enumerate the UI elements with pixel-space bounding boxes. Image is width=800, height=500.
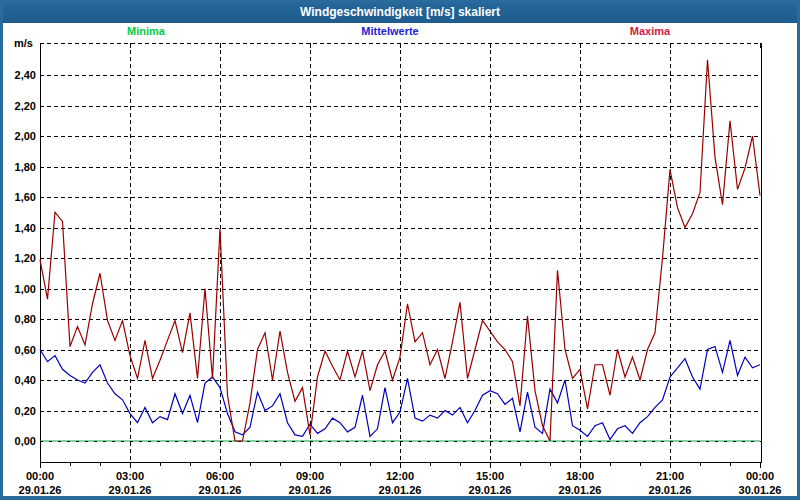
x-tick-time-label: 00:00 xyxy=(26,470,54,482)
y-tick-label: 2,40 xyxy=(15,69,36,81)
window-title: Windgeschwindigkeit [m/s] skaliert xyxy=(300,5,500,19)
x-tick-date-label: 29.01.26 xyxy=(199,484,242,496)
y-axis-unit-label: m/s xyxy=(14,37,33,49)
wind-speed-chart: 0,000,200,400,600,801,001,201,401,601,80… xyxy=(0,0,800,500)
y-tick-label: 1,40 xyxy=(15,222,36,234)
x-tick-time-label: 03:00 xyxy=(116,470,144,482)
x-tick-time-label: 06:00 xyxy=(206,470,234,482)
y-tick-label: 1,60 xyxy=(15,191,36,203)
y-tick-label: 0,40 xyxy=(15,374,36,386)
x-tick-date-label: 29.01.26 xyxy=(379,484,422,496)
y-tick-label: 0,80 xyxy=(15,313,36,325)
x-tick-time-label: 12:00 xyxy=(386,470,414,482)
x-tick-date-label: 30.01.26 xyxy=(739,484,782,496)
x-tick-date-label: 29.01.26 xyxy=(559,484,602,496)
x-tick-date-label: 29.01.26 xyxy=(469,484,512,496)
x-tick-date-label: 29.01.26 xyxy=(649,484,692,496)
y-tick-label: 0,00 xyxy=(15,435,36,447)
app-window: 0,000,200,400,600,801,001,201,401,601,80… xyxy=(0,0,800,500)
y-tick-label: 2,00 xyxy=(15,130,36,142)
y-tick-label: 0,20 xyxy=(15,405,36,417)
x-tick-time-label: 00:00 xyxy=(746,470,774,482)
title-bar: Windgeschwindigkeit [m/s] skaliert xyxy=(0,0,800,23)
y-tick-label: 2,20 xyxy=(15,100,36,112)
x-tick-time-label: 21:00 xyxy=(656,470,684,482)
y-tick-label: 1,80 xyxy=(15,161,36,173)
y-tick-label: 0,60 xyxy=(15,344,36,356)
x-tick-date-label: 29.01.26 xyxy=(19,484,62,496)
x-tick-time-label: 15:00 xyxy=(476,470,504,482)
x-tick-time-label: 18:00 xyxy=(566,470,594,482)
x-tick-time-label: 09:00 xyxy=(296,470,324,482)
x-tick-date-label: 29.01.26 xyxy=(289,484,332,496)
y-tick-label: 1,20 xyxy=(15,252,36,264)
y-tick-label: 1,00 xyxy=(15,283,36,295)
x-tick-date-label: 29.01.26 xyxy=(109,484,152,496)
